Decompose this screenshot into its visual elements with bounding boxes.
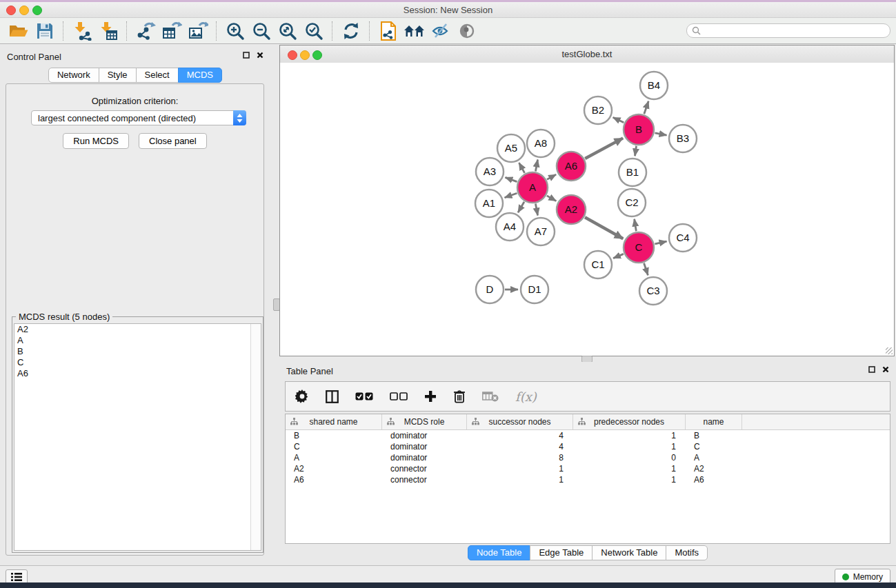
edge-C-C3[interactable]: [644, 263, 648, 275]
memory-status-icon: [842, 574, 849, 580]
select-all-icon[interactable]: [355, 392, 373, 401]
gear-icon[interactable]: [295, 389, 309, 403]
run-mcds-button[interactable]: Run MCDS: [63, 133, 129, 149]
delete-table-icon: [482, 391, 499, 402]
delete-column-icon[interactable]: [453, 389, 466, 403]
edge-A-A2[interactable]: [547, 196, 556, 201]
table-row[interactable]: Adominator80A: [286, 452, 890, 463]
column-header-MCDS-role[interactable]: MCDS role: [382, 414, 467, 429]
node-label-B4: B4: [648, 79, 660, 91]
clone-network-icon[interactable]: [375, 20, 401, 42]
edge-B-B1[interactable]: [635, 146, 636, 156]
tab-network[interactable]: Network: [48, 68, 99, 83]
export-network-icon[interactable]: [132, 20, 159, 42]
edge-C-C4[interactable]: [655, 241, 666, 244]
close-network-window-button[interactable]: [288, 50, 297, 60]
result-list-item[interactable]: A6: [14, 368, 261, 379]
show-panel-icon[interactable]: [454, 20, 480, 42]
window-titlebar: Session: New Session: [0, 2, 896, 18]
export-image-icon[interactable]: [185, 20, 211, 42]
table-row[interactable]: A6connector11A6: [286, 474, 890, 485]
edge-B-B2[interactable]: [613, 117, 624, 122]
tab-style[interactable]: Style: [99, 68, 137, 83]
cell: A: [286, 452, 382, 463]
result-list-item[interactable]: A: [14, 335, 261, 346]
edge-C-C2[interactable]: [635, 219, 637, 232]
tab-mcds[interactable]: MCDS: [178, 68, 222, 83]
node-table[interactable]: shared nameMCDS rolesuccessor nodesprede…: [285, 414, 890, 544]
close-window-button[interactable]: [6, 6, 16, 15]
refresh-icon[interactable]: [338, 20, 364, 42]
result-list-item[interactable]: B: [14, 346, 261, 357]
edge-A-A8[interactable]: [535, 160, 537, 172]
edge-A-A5[interactable]: [519, 163, 524, 173]
edge-A-A4[interactable]: [518, 202, 524, 212]
cell: 1: [573, 474, 686, 485]
zoom-selected-icon[interactable]: [301, 20, 327, 42]
import-table-icon[interactable]: [95, 20, 121, 42]
result-list-item[interactable]: C: [14, 357, 261, 368]
edge-C-C1[interactable]: [613, 254, 624, 258]
result-scrollbar[interactable]: [250, 324, 261, 550]
cell: dominator: [382, 430, 467, 441]
close-table-panel-icon[interactable]: [882, 366, 889, 373]
edge-A-A6[interactable]: [547, 174, 556, 179]
column-header-successor-nodes[interactable]: successor nodes: [467, 414, 573, 429]
deselect-all-icon[interactable]: [390, 392, 408, 401]
table-tab-motifs[interactable]: Motifs: [666, 545, 708, 560]
close-panel-button[interactable]: Close panel: [139, 133, 207, 149]
node-label-D1: D1: [528, 283, 541, 295]
window-resize-grip[interactable]: [886, 347, 893, 354]
edge-A-A3[interactable]: [506, 177, 517, 181]
import-network-icon[interactable]: [69, 20, 95, 42]
column-header-name[interactable]: name: [686, 414, 742, 429]
network-canvas[interactable]: AA1A2A3A4A5A6A7A8BB1B2B3B4CC1C2C3C4DD1: [280, 63, 894, 356]
minimize-network-window-button[interactable]: [300, 50, 310, 60]
float-table-panel-icon[interactable]: [868, 366, 875, 373]
zoom-network-window-button[interactable]: [312, 50, 322, 60]
tab-select[interactable]: Select: [136, 68, 179, 83]
column-header-predecessor-nodes[interactable]: predecessor nodes: [573, 414, 686, 429]
result-list-item[interactable]: A2: [14, 324, 261, 335]
add-column-icon[interactable]: [424, 390, 437, 403]
columns-icon[interactable]: [326, 390, 339, 403]
zoom-fit-icon[interactable]: [275, 20, 301, 42]
node-label-C: C: [635, 241, 643, 253]
table-row[interactable]: A2connector11A2: [286, 463, 890, 474]
cell: dominator: [382, 452, 467, 463]
cell: 1: [467, 463, 573, 474]
table-row[interactable]: Cdominator41C: [286, 441, 890, 452]
open-session-icon[interactable]: [6, 20, 32, 42]
edge-A6-B[interactable]: [585, 138, 623, 159]
cybrowser-icon[interactable]: [401, 20, 428, 42]
network-view-window: testGlobe.txt AA1A2A3A4A5A6A7A8BB1B2B3B4…: [279, 45, 895, 356]
edge-A-A7[interactable]: [535, 204, 537, 216]
float-panel-icon[interactable]: [243, 52, 250, 59]
save-session-icon[interactable]: [32, 20, 58, 42]
zoom-out-icon[interactable]: [248, 20, 275, 42]
table-tab-node-table[interactable]: Node Table: [468, 545, 531, 560]
table-tab-network-table[interactable]: Network Table: [592, 545, 666, 560]
edge-A2-C[interactable]: [585, 217, 623, 239]
network-graph: AA1A2A3A4A5A6A7A8BB1B2B3B4CC1C2C3C4DD1: [280, 63, 894, 356]
hide-panel-icon[interactable]: [428, 20, 454, 42]
edge-B-B4[interactable]: [644, 101, 648, 114]
control-panel: Control Panel NetworkStyleSelectMCDS Opt…: [0, 45, 270, 567]
search-input[interactable]: [686, 23, 890, 38]
node-label-D: D: [486, 283, 494, 295]
zoom-in-icon[interactable]: [222, 20, 248, 42]
edge-B-B3[interactable]: [655, 133, 667, 135]
export-table-icon[interactable]: [159, 20, 185, 42]
optimization-criterion-select[interactable]: largest connected component (directed): [31, 110, 246, 125]
mcds-result-list[interactable]: A2ABCA6: [14, 323, 261, 551]
edge-A-A1[interactable]: [505, 193, 517, 198]
desktop-strip-bottom: [0, 582, 896, 588]
table-row[interactable]: Bdominator41B: [286, 430, 890, 441]
minimize-window-button[interactable]: [19, 6, 29, 15]
zoom-window-button[interactable]: [32, 6, 42, 15]
table-tab-edge-table[interactable]: Edge Table: [530, 545, 593, 560]
column-header-shared-name[interactable]: shared name: [286, 414, 382, 429]
control-panel-header: Control Panel: [0, 50, 270, 64]
node-label-B2: B2: [592, 104, 604, 116]
close-panel-icon[interactable]: [257, 52, 263, 59]
